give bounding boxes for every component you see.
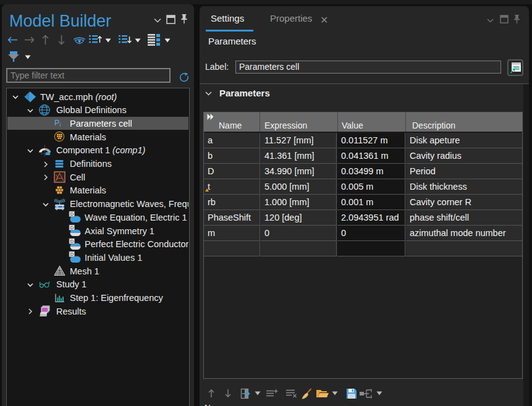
svg-text:D: D bbox=[70, 252, 74, 257]
svg-text:i: i bbox=[60, 122, 61, 128]
svg-text:D: D bbox=[70, 225, 74, 230]
svg-text:D: D bbox=[70, 239, 74, 244]
svg-text:P: P bbox=[54, 119, 59, 127]
svg-text:D: D bbox=[70, 211, 74, 217]
